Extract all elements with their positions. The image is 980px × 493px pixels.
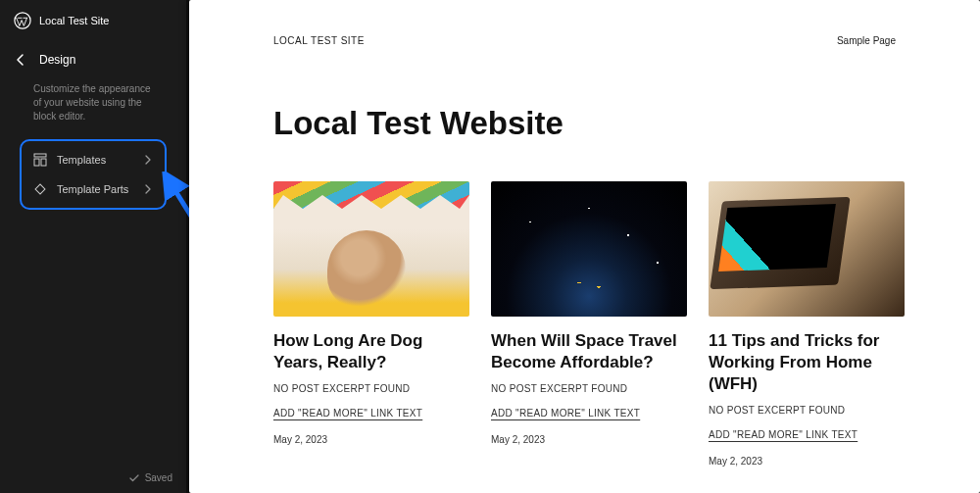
wordpress-icon <box>14 12 31 29</box>
post-card[interactable]: 11 Tips and Tricks for Working From Home… <box>709 181 905 467</box>
preview-site-title: Local Test Website <box>189 46 980 181</box>
sidebar-item-label: Template Parts <box>57 183 133 195</box>
layout-icon <box>33 153 47 167</box>
post-date: May 2, 2023 <box>273 434 469 445</box>
chevron-right-icon <box>143 184 153 194</box>
svg-rect-3 <box>41 159 46 166</box>
panel-title: Design <box>39 53 75 67</box>
svg-rect-2 <box>34 159 39 166</box>
posts-grid: How Long Are Dog Years, Really? NO POST … <box>189 181 980 467</box>
sidebar: Local Test Site Design Customize the app… <box>0 0 186 493</box>
post-title[interactable]: 11 Tips and Tricks for Working From Home… <box>709 330 905 395</box>
chevron-right-icon <box>143 155 153 165</box>
post-card[interactable]: How Long Are Dog Years, Really? NO POST … <box>273 181 469 467</box>
post-featured-image[interactable] <box>491 181 687 317</box>
site-header[interactable]: Local Test Site <box>0 0 186 41</box>
panel-description: Customize the appearance of your website… <box>0 78 186 133</box>
svg-rect-4 <box>35 184 45 194</box>
status-text: Saved <box>145 472 172 483</box>
post-title[interactable]: When Will Space Travel Become Affordable… <box>491 330 687 373</box>
status-bar: Saved <box>0 463 186 493</box>
preview-header: LOCAL TEST SITE Sample Page <box>189 0 980 46</box>
back-chevron-icon[interactable] <box>14 53 27 67</box>
sidebar-item-label: Templates <box>57 154 133 166</box>
post-read-more-link[interactable]: ADD "READ MORE" LINK TEXT <box>273 408 422 419</box>
preview-panel: LOCAL TEST SITE Sample Page Local Test W… <box>189 0 980 493</box>
post-featured-image[interactable] <box>709 181 905 317</box>
post-excerpt: NO POST EXCERPT FOUND <box>273 383 469 394</box>
post-read-more-link[interactable]: ADD "READ MORE" LINK TEXT <box>709 429 858 440</box>
post-card[interactable]: When Will Space Travel Become Affordable… <box>491 181 687 467</box>
site-name: Local Test Site <box>39 15 109 26</box>
preview-nav-link[interactable]: Sample Page <box>837 35 896 46</box>
design-heading-row: Design <box>0 41 186 78</box>
post-title[interactable]: How Long Are Dog Years, Really? <box>273 330 469 373</box>
post-read-more-link[interactable]: ADD "READ MORE" LINK TEXT <box>491 408 640 419</box>
post-excerpt: NO POST EXCERPT FOUND <box>491 383 687 394</box>
sidebar-item-templates[interactable]: Templates <box>22 145 165 174</box>
sidebar-item-template-parts[interactable]: Template Parts <box>22 174 165 204</box>
annotation-highlight-box: Templates Template Parts <box>20 139 167 210</box>
post-date: May 2, 2023 <box>709 456 905 467</box>
check-icon <box>129 473 139 483</box>
post-featured-image[interactable] <box>273 181 469 317</box>
svg-rect-1 <box>34 154 46 157</box>
post-excerpt: NO POST EXCERPT FOUND <box>709 405 905 416</box>
diamond-icon <box>33 182 47 196</box>
preview-brand[interactable]: LOCAL TEST SITE <box>273 35 365 46</box>
post-date: May 2, 2023 <box>491 434 687 445</box>
